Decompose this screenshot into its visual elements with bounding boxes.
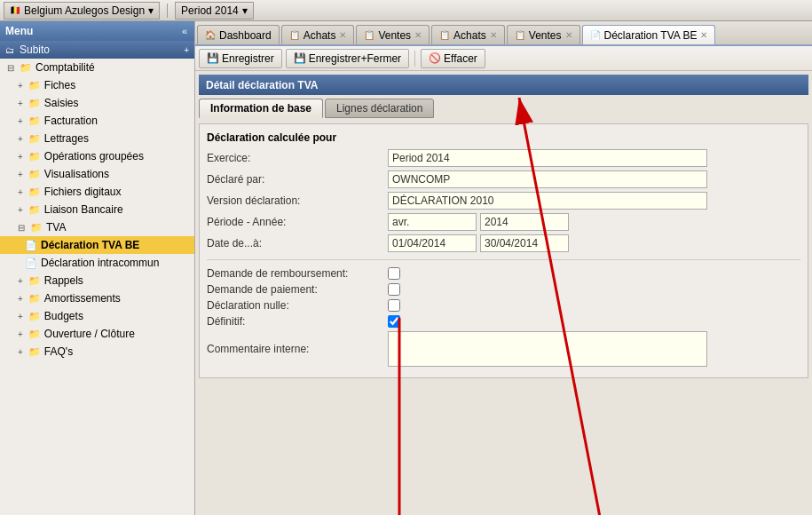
version-label: Version déclaration: bbox=[207, 194, 384, 207]
subito-bar: 🗂 Subito + bbox=[0, 41, 194, 59]
period-selector[interactable]: Period 2014 ▾ bbox=[175, 2, 254, 20]
paiement-checkbox[interactable] bbox=[388, 283, 400, 296]
sidebar-label-budgets: Budgets bbox=[44, 310, 83, 322]
version-input[interactable] bbox=[388, 192, 707, 210]
tab-label-ventes2: Ventes bbox=[529, 29, 562, 42]
form-area: Détail déclaration TVA Information de ba… bbox=[195, 71, 812, 515]
sidebar-item-fichiers[interactable]: + 📁 Fichiers digitaux bbox=[0, 183, 194, 201]
tab-achats1[interactable]: 📋 Achats ✕ bbox=[281, 25, 355, 44]
expand-icon: + bbox=[18, 312, 23, 321]
sidebar-item-liaison[interactable]: + 📁 Liaison Bancaire bbox=[0, 201, 194, 218]
ventes1-icon: 📋 bbox=[364, 30, 374, 40]
effacer-label: Effacer bbox=[444, 52, 477, 65]
tab-close-achats1[interactable]: ✕ bbox=[339, 30, 346, 40]
expand-icon: + bbox=[18, 152, 23, 162]
commentaire-textarea[interactable] bbox=[388, 331, 707, 367]
achats1-icon: 📋 bbox=[289, 30, 300, 40]
achats2-icon: 📋 bbox=[439, 30, 450, 40]
date-row: Date de...à: bbox=[207, 234, 800, 252]
date-label: Date de...à: bbox=[207, 237, 384, 250]
sidebar-label-facturation: Facturation bbox=[44, 115, 98, 127]
content-wrapper: 🏠 Dashboard 📋 Achats ✕ 📋 Ventes ✕ 📋 Acha… bbox=[195, 21, 812, 515]
tab-close-achats2[interactable]: ✕ bbox=[490, 30, 497, 40]
folder-icon: 📁 bbox=[28, 204, 41, 216]
folder-icon: 📁 bbox=[28, 151, 41, 162]
paiement-row: Demande de paiement: bbox=[207, 283, 800, 296]
sidebar-item-operations[interactable]: + 📁 Opérations groupées bbox=[0, 147, 194, 165]
sidebar-item-comptabilite[interactable]: ⊟ 📁 Comptabilité bbox=[0, 59, 194, 76]
sidebar-item-declaration-tva-be[interactable]: 📄 Déclaration TVA BE bbox=[0, 236, 194, 254]
remboursement-label: Demande de remboursement: bbox=[207, 267, 384, 280]
save-icon: 💾 bbox=[207, 52, 219, 64]
form-tab-lignes[interactable]: Lignes déclaration bbox=[325, 99, 434, 118]
sidebar-item-faqs[interactable]: + 📁 FAQ's bbox=[0, 343, 194, 360]
expand-icon: + bbox=[18, 99, 23, 108]
tab-bar: 🏠 Dashboard 📋 Achats ✕ 📋 Ventes ✕ 📋 Acha… bbox=[195, 21, 812, 46]
enregistrer-fermer-button[interactable]: 💾 Enregistrer+Fermer bbox=[286, 49, 409, 68]
sidebar-item-budgets[interactable]: + 📁 Budgets bbox=[0, 307, 194, 325]
sidebar-item-amortissements[interactable]: + 📁 Amortissements bbox=[0, 289, 194, 307]
sidebar-item-saisies[interactable]: + 📁 Saisies bbox=[0, 94, 194, 112]
tab-label-achats2: Achats bbox=[453, 29, 486, 42]
sidebar-header: Menu « bbox=[0, 21, 194, 41]
expand-icon: ⊟ bbox=[7, 63, 14, 73]
delete-icon: 🚫 bbox=[429, 52, 441, 64]
tab-dashboard[interactable]: 🏠 Dashboard bbox=[197, 25, 280, 44]
tab-ventes1[interactable]: 📋 Ventes ✕ bbox=[356, 25, 430, 44]
tab-close-ventes1[interactable]: ✕ bbox=[414, 30, 422, 40]
date-from-input[interactable] bbox=[388, 234, 477, 252]
sidebar-item-lettrages[interactable]: + 📁 Lettrages bbox=[0, 130, 194, 147]
sidebar-item-tva[interactable]: ⊟ 📁 TVA bbox=[0, 218, 194, 236]
periode-mois-input[interactable] bbox=[388, 213, 477, 231]
sidebar-item-visualisations[interactable]: + 📁 Visualisations bbox=[0, 165, 194, 183]
sidebar-item-declaration-intra[interactable]: 📄 Déclaration intracommun bbox=[0, 254, 194, 272]
sidebar-label-amortissements: Amortissements bbox=[44, 292, 121, 305]
nulle-checkbox[interactable] bbox=[388, 299, 400, 312]
sidebar-item-fiches[interactable]: + 📁 Fiches bbox=[0, 76, 194, 94]
ventes2-icon: 📋 bbox=[515, 30, 525, 40]
subito-expand-btn[interactable]: + bbox=[184, 45, 189, 55]
folder-icon: 📁 bbox=[28, 169, 41, 180]
paiement-label: Demande de paiement: bbox=[207, 283, 384, 296]
app-selector[interactable]: 🇧🇪 Belgium Azulegos Design ▾ bbox=[4, 2, 160, 20]
sidebar-label-saisies: Saisies bbox=[44, 97, 79, 109]
form-tab-info-base[interactable]: Information de base bbox=[199, 99, 323, 118]
folder-icon: 📁 bbox=[28, 293, 41, 305]
form-tab-info-base-label: Information de base bbox=[210, 102, 311, 115]
date-to-input[interactable] bbox=[480, 234, 569, 252]
sidebar-label-fiches: Fiches bbox=[44, 79, 75, 91]
effacer-button[interactable]: 🚫 Effacer bbox=[421, 49, 485, 68]
enregistrer-button[interactable]: 💾 Enregistrer bbox=[199, 49, 282, 68]
sidebar: Menu « 🗂 Subito + ⊟ 📁 Comptabilité + 📁 F… bbox=[0, 21, 195, 515]
tab-declaration[interactable]: 📄 Déclaration TVA BE ✕ bbox=[582, 25, 716, 44]
remboursement-checkbox[interactable] bbox=[388, 267, 400, 280]
sidebar-item-rappels[interactable]: + 📁 Rappels bbox=[0, 272, 194, 289]
tab-ventes2[interactable]: 📋 Ventes ✕ bbox=[507, 25, 580, 44]
declare-par-input[interactable] bbox=[388, 170, 707, 188]
folder-icon: 📁 bbox=[28, 186, 41, 198]
exercice-input[interactable] bbox=[388, 149, 707, 167]
definitif-label: Définitif: bbox=[207, 315, 384, 328]
periode-annee-input[interactable] bbox=[480, 213, 569, 231]
expand-icon: + bbox=[18, 329, 23, 339]
commentaire-row: Commentaire interne: bbox=[207, 331, 800, 367]
form-content: Déclaration calculée pour Exercice: Décl… bbox=[199, 123, 808, 378]
folder-icon: 📁 bbox=[28, 311, 41, 322]
enregistrer-label: Enregistrer bbox=[222, 52, 274, 65]
exercice-label: Exercice: bbox=[207, 152, 384, 164]
sidebar-label-fichiers: Fichiers digitaux bbox=[44, 186, 122, 198]
tab-close-declaration[interactable]: ✕ bbox=[700, 30, 707, 40]
enregistrer-fermer-label: Enregistrer+Fermer bbox=[309, 52, 401, 65]
sidebar-collapse-btn[interactable]: « bbox=[180, 26, 189, 36]
subito-label: Subito bbox=[20, 44, 50, 56]
tab-close-ventes2[interactable]: ✕ bbox=[565, 30, 572, 40]
definitif-checkbox[interactable] bbox=[388, 315, 400, 328]
sidebar-item-facturation[interactable]: + 📁 Facturation bbox=[0, 112, 194, 130]
sidebar-item-ouverture[interactable]: + 📁 Ouverture / Clôture bbox=[0, 325, 194, 343]
subito-icon: 🗂 bbox=[5, 45, 14, 55]
exercice-row: Exercice: bbox=[207, 149, 800, 167]
periode-row: Période - Année: bbox=[207, 213, 800, 231]
folder-icon: 📁 bbox=[28, 329, 41, 340]
sidebar-label-lettrages: Lettrages bbox=[44, 132, 89, 145]
tab-achats2[interactable]: 📋 Achats ✕ bbox=[431, 25, 505, 44]
